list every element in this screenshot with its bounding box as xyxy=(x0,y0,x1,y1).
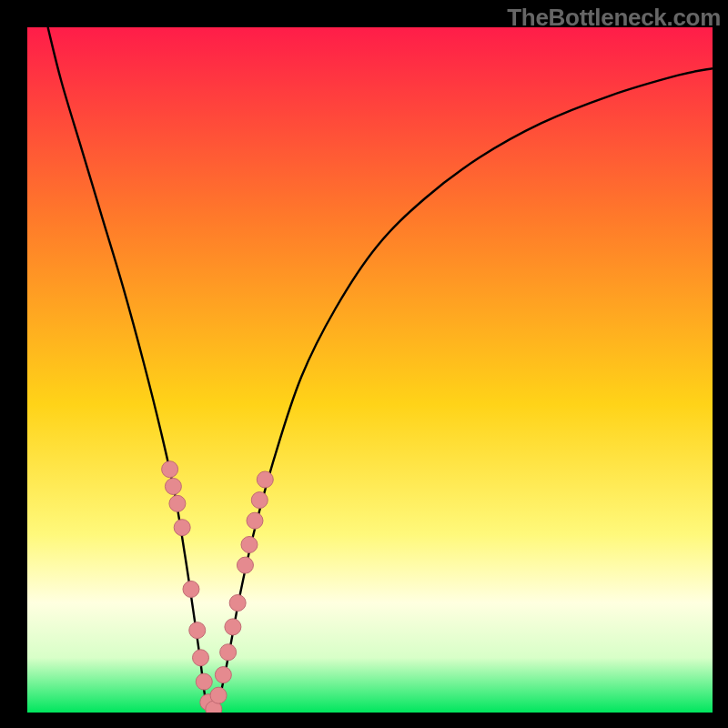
data-dot xyxy=(196,673,212,690)
data-dot xyxy=(237,557,253,573)
data-dot xyxy=(189,622,206,639)
data-dot xyxy=(247,512,263,529)
outer-frame: TheBottleneck.com xyxy=(0,0,728,728)
data-dot xyxy=(183,581,199,597)
plot-area xyxy=(27,27,713,713)
data-dot xyxy=(169,495,186,511)
data-dot xyxy=(165,479,181,495)
data-dot xyxy=(210,687,227,703)
data-dot xyxy=(229,595,246,612)
data-dot xyxy=(220,644,237,661)
data-dot xyxy=(241,537,258,553)
data-dot xyxy=(215,667,231,683)
data-dot xyxy=(225,619,241,635)
gradient-background xyxy=(27,27,713,713)
data-dot xyxy=(193,650,209,666)
data-dot xyxy=(162,461,178,478)
data-dot xyxy=(251,492,268,509)
data-dot xyxy=(174,520,190,536)
chart-svg xyxy=(27,27,713,713)
data-dot xyxy=(257,471,273,488)
